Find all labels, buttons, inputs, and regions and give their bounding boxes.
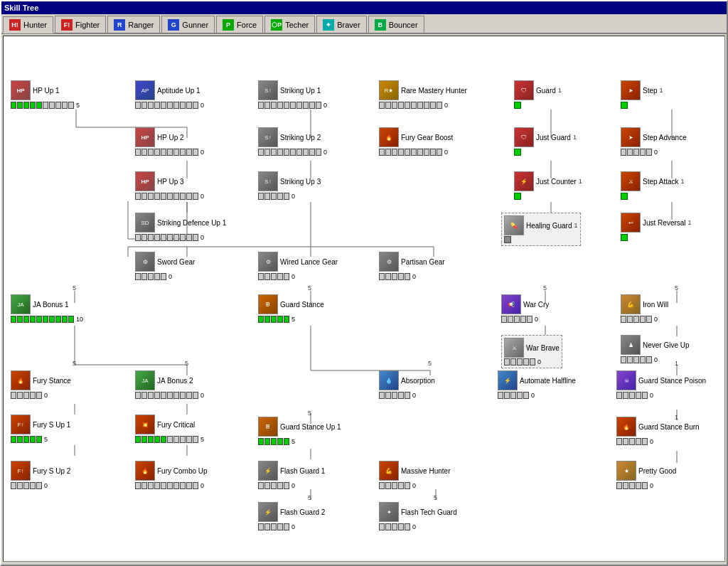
node-fury-stance[interactable]: 🔥 Fury Stance 0: [11, 370, 71, 399]
massive-hunter-level: 0: [412, 482, 418, 489]
fury-gear-boost-label: Fury Gear Boost: [401, 134, 453, 142]
wired-lance-level: 0: [291, 273, 297, 280]
node-fury-critical[interactable]: 💥 Fury Critical 5: [135, 415, 206, 443]
braver-icon: ✦: [323, 19, 334, 31]
ja-bonus-2-bar: 0: [135, 392, 206, 399]
hp-up-1-bar: 5: [11, 102, 82, 109]
fury-critical-icon: 💥: [135, 415, 155, 434]
striking-up-1-bar: 0: [258, 102, 329, 109]
partisan-gear-level: 0: [412, 273, 418, 280]
hp-up-2-icon: HP: [135, 127, 155, 147]
node-fury-combo-up[interactable]: 🔥 Fury Combo Up 0: [135, 461, 208, 489]
fury-s-up-1-icon: F↑: [11, 415, 31, 434]
node-wired-lance-gear[interactable]: ⚙ Wired Lance Gear 0: [258, 252, 338, 280]
node-step-advance[interactable]: ➤ Step Advance 0: [621, 127, 687, 156]
main-window: Skill Tree H! Hunter F! Fighter R Ranger…: [0, 0, 728, 566]
node-just-guard[interactable]: 🛡 Just Guard 1: [514, 127, 577, 156]
node-aptitude-up-1[interactable]: AP Aptitude Up 1 0: [135, 80, 206, 109]
node-rare-mastery[interactable]: R★ Rare Mastery Hunter 0: [379, 80, 467, 109]
wired-lance-icon: ⚙: [258, 252, 278, 272]
skill-tree-content: 5 5 5 5 5 5 5 5 1 5 5 5 1 HP: [3, 36, 725, 562]
ja-bonus-2-label: JA Bonus 2: [157, 377, 193, 385]
war-brave-label: War Brave: [526, 344, 560, 352]
node-step-attack[interactable]: ⚔ Step Attack 1: [621, 171, 685, 200]
tab-force[interactable]: P Force: [216, 16, 263, 33]
node-guard-stance-burn[interactable]: 🔥 Guard Stance Burn 0: [616, 417, 700, 445]
tab-techer[interactable]: ⬡P Techer: [264, 16, 315, 33]
node-flash-tech-guard[interactable]: ✦ Flash Tech Guard 0: [379, 502, 457, 530]
node-partisan-gear[interactable]: ⚙ Partisan Gear 0: [379, 252, 445, 280]
fury-combo-up-icon: 🔥: [135, 461, 155, 481]
node-striking-up-3[interactable]: S↑ Striking Up 3 0: [258, 171, 321, 200]
ja-bonus-1-label: JA Bonus 1: [33, 301, 69, 309]
node-fury-s-up-2[interactable]: F↑ Fury S Up 2 0: [11, 461, 70, 489]
just-reversal-icon: ↩: [621, 213, 641, 233]
node-fury-s-up-1[interactable]: F↑ Fury S Up 1 5: [11, 415, 70, 443]
healing-guard-label: Healing Guard: [526, 222, 572, 230]
tab-bouncer[interactable]: B Bouncer: [368, 16, 424, 33]
svg-text:5: 5: [428, 360, 432, 367]
node-pretty-good[interactable]: ★ Pretty Good 0: [616, 461, 676, 489]
node-war-brave[interactable]: ⚔ War Brave 0: [501, 335, 562, 368]
node-step[interactable]: ➤ Step 1: [621, 80, 663, 109]
iron-will-label: Iron Will: [643, 301, 668, 309]
step-attack-label: Step Attack: [643, 178, 679, 186]
war-brave-bar: 0: [504, 358, 560, 365]
fury-stance-bar: 0: [11, 392, 50, 399]
war-brave-level: 0: [537, 358, 543, 365]
healing-guard-bar: [504, 236, 578, 243]
tab-braver[interactable]: ✦ Braver: [316, 16, 366, 33]
node-hp-up-3[interactable]: HP HP Up 3 0: [135, 171, 206, 200]
sword-gear-bar: 0: [135, 273, 174, 280]
guard-label: Guard: [536, 87, 556, 95]
guard-stance-burn-icon: 🔥: [616, 417, 636, 437]
fury-gear-boost-icon: 🔥: [379, 127, 399, 147]
fury-combo-up-label: Fury Combo Up: [157, 467, 208, 475]
tab-hunter[interactable]: H! Hunter: [3, 16, 53, 33]
node-never-give-up[interactable]: ♟ Never Give Up 0: [621, 335, 690, 363]
node-war-cry[interactable]: 📢 War Cry 0: [501, 294, 549, 323]
node-striking-defence[interactable]: SD Striking Defence Up 1 0: [135, 213, 226, 241]
guard-stance-poison-bar: 0: [616, 392, 655, 399]
striking-up-3-icon: S↑: [258, 171, 278, 191]
step-advance-icon: ➤: [621, 127, 641, 147]
node-fury-gear-boost[interactable]: 🔥 Fury Gear Boost 0: [379, 127, 453, 156]
node-massive-hunter[interactable]: 💪 Massive Hunter 0: [379, 461, 450, 489]
node-flash-guard-1[interactable]: ⚡ Flash Guard 1 0: [258, 461, 325, 489]
guard-stance-level: 5: [291, 316, 297, 323]
title-bar: Skill Tree: [1, 1, 727, 14]
node-guard-stance-poison[interactable]: ☠ Guard Stance Poison 0: [616, 370, 706, 399]
pretty-good-label: Pretty Good: [638, 467, 676, 475]
node-just-reversal[interactable]: ↩ Just Reversal 1: [621, 213, 692, 241]
fury-s-up-2-label: Fury S Up 2: [33, 467, 70, 475]
node-striking-up-1[interactable]: S↑ Striking Up 1 0: [258, 80, 329, 109]
node-ja-bonus-1[interactable]: JA JA Bonus 1 10: [11, 294, 83, 323]
node-flash-guard-2[interactable]: ⚡ Flash Guard 2 0: [258, 502, 325, 530]
just-guard-icon: 🛡: [514, 127, 534, 147]
flash-guard-2-level: 0: [291, 523, 297, 530]
node-guard[interactable]: 🛡 Guard 1: [514, 80, 562, 109]
node-iron-will[interactable]: 💪 Iron Will 0: [621, 294, 668, 323]
just-counter-bar: [514, 193, 521, 200]
hp-up-3-level: 0: [200, 193, 206, 200]
node-just-counter[interactable]: ⚡ Just Counter 1: [514, 171, 582, 200]
never-give-up-level: 0: [654, 356, 660, 363]
tab-gunner[interactable]: G Gunner: [161, 16, 215, 33]
ja-bonus-1-level: 10: [76, 316, 83, 323]
absorption-bar: 0: [379, 392, 418, 399]
node-hp-up-2[interactable]: HP HP Up 2 0: [135, 127, 206, 156]
node-sword-gear[interactable]: ⚙ Sword Gear 0: [135, 252, 195, 280]
node-healing-guard[interactable]: 💊 Healing Guard 1: [501, 213, 581, 246]
tab-ranger-label: Ranger: [128, 21, 154, 29]
node-guard-stance-up-1[interactable]: ⛨ Guard Stance Up 1 5: [258, 417, 341, 445]
tab-ranger[interactable]: R Ranger: [107, 16, 160, 33]
aptitude-up-1-icon: AP: [135, 80, 155, 100]
node-absorption[interactable]: 💧 Absorption 0: [379, 370, 435, 399]
node-ja-bonus-2[interactable]: JA JA Bonus 2 0: [135, 370, 206, 399]
node-guard-stance[interactable]: ⛨ Guard Stance 5: [258, 294, 324, 323]
tab-fighter[interactable]: F! Fighter: [55, 16, 106, 33]
node-automate-halfline[interactable]: ⚡ Automate Halfline 0: [498, 370, 576, 399]
node-hp-up-1[interactable]: HP HP Up 1 5: [11, 80, 82, 109]
rare-mastery-bar: 0: [379, 102, 450, 109]
node-striking-up-2[interactable]: S↑ Striking Up 2 0: [258, 127, 329, 156]
